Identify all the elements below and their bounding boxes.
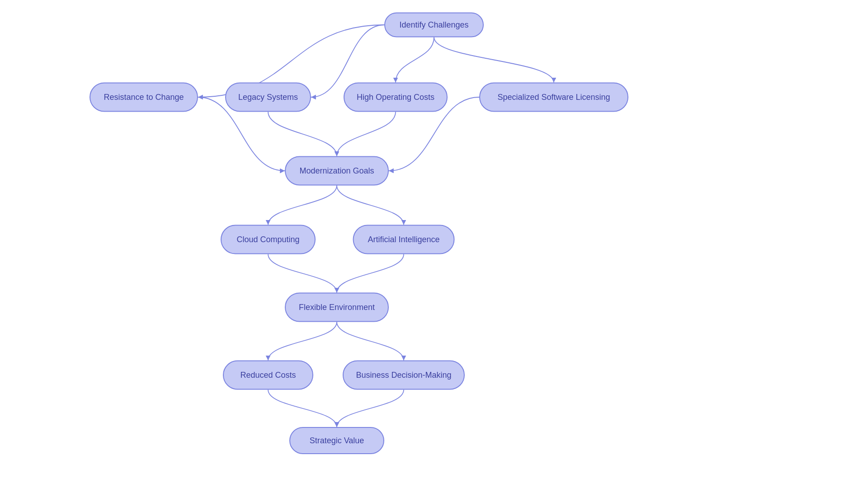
node-artificial-intelligence: Artificial Intelligence xyxy=(353,225,455,254)
connection-identify-challenges-to-specialized-software xyxy=(434,38,554,83)
node-strategic-value: Strategic Value xyxy=(289,427,384,454)
connection-identify-challenges-to-high-operating-costs xyxy=(396,38,434,83)
diagram-container: Identify ChallengesResistance to ChangeL… xyxy=(0,0,868,488)
connection-flexible-environment-to-reduced-costs xyxy=(268,322,337,361)
node-identify-challenges: Identify Challenges xyxy=(384,13,484,38)
connection-high-operating-costs-to-modernization-goals xyxy=(337,112,396,156)
node-reduced-costs: Reduced Costs xyxy=(223,361,313,390)
connection-artificial-intelligence-to-flexible-environment xyxy=(337,254,404,293)
connection-modernization-goals-to-artificial-intelligence xyxy=(337,186,404,225)
node-legacy-systems: Legacy Systems xyxy=(225,83,311,112)
node-resistance-to-change: Resistance to Change xyxy=(90,83,198,112)
node-modernization-goals: Modernization Goals xyxy=(285,156,389,186)
connection-cloud-computing-to-flexible-environment xyxy=(268,254,337,293)
node-cloud-computing: Cloud Computing xyxy=(221,225,316,254)
node-high-operating-costs: High Operating Costs xyxy=(344,83,448,112)
connection-business-decision-to-strategic-value xyxy=(337,390,404,427)
node-business-decision: Business Decision-Making xyxy=(343,361,465,390)
connection-modernization-goals-to-cloud-computing xyxy=(268,186,337,225)
node-flexible-environment: Flexible Environment xyxy=(285,293,389,322)
node-specialized-software: Specialized Software Licensing xyxy=(479,83,628,112)
connection-flexible-environment-to-business-decision xyxy=(337,322,404,361)
connection-reduced-costs-to-strategic-value xyxy=(268,390,337,427)
connection-legacy-systems-to-modernization-goals xyxy=(268,112,337,156)
